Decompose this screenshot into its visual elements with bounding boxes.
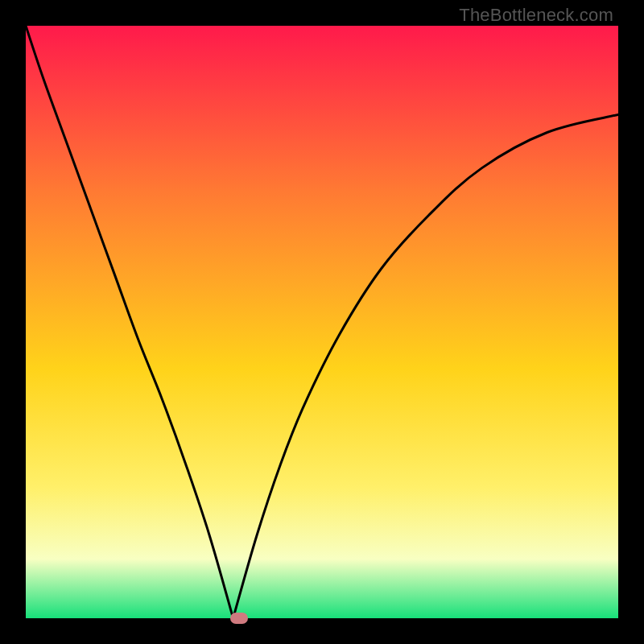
optimal-marker	[230, 613, 248, 624]
watermark-text: TheBottleneck.com	[459, 5, 613, 26]
chart-frame	[26, 26, 618, 618]
bottleneck-curve	[26, 26, 618, 618]
